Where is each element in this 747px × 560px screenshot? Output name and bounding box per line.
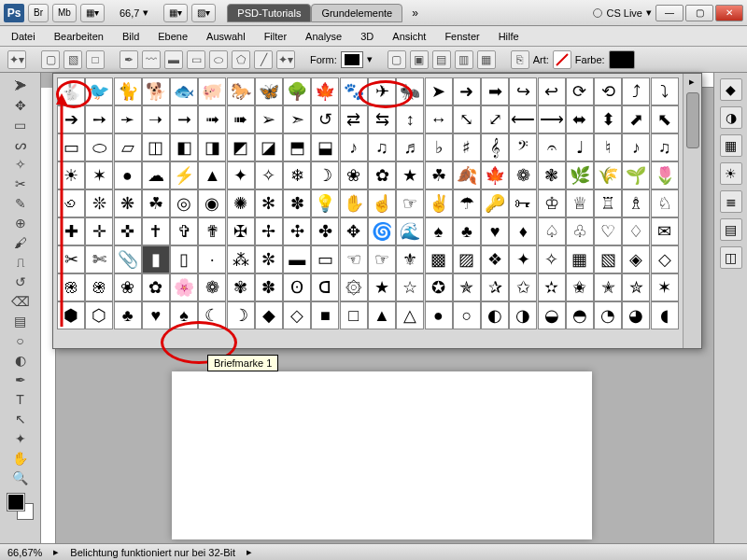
shape-cell[interactable]: ⬍ xyxy=(594,105,622,133)
shape-cell[interactable]: ✿ xyxy=(142,273,170,301)
shape-cell[interactable]: ♘ xyxy=(651,189,679,217)
shape-scrollbar[interactable]: ▸ xyxy=(683,74,701,348)
shape-cell[interactable]: 🌳 xyxy=(283,77,311,105)
shape-cell[interactable]: ➡ xyxy=(481,77,509,105)
pen-tool-icon[interactable]: ✒ xyxy=(11,371,30,389)
shape-cell[interactable]: 🐕 xyxy=(142,77,170,105)
shape-cell[interactable]: ✄ xyxy=(85,245,113,273)
shape-cell[interactable]: ◇ xyxy=(283,301,311,329)
shape-cell[interactable]: ◆ xyxy=(255,301,283,329)
shape-cell[interactable]: · xyxy=(198,245,226,273)
zoom-tool-icon[interactable]: 🔍 xyxy=(11,469,30,487)
color-swatches[interactable] xyxy=(7,494,34,520)
shape-cell[interactable]: ✫ xyxy=(538,273,566,301)
art-stroke-icon[interactable] xyxy=(553,50,571,69)
shape-cell[interactable]: ✦ xyxy=(227,161,255,189)
shape-cell[interactable]: ⟵ xyxy=(509,105,537,133)
shape-cell[interactable]: ● xyxy=(425,301,453,329)
shape-cell[interactable]: 🐈 xyxy=(114,77,142,105)
shape-cell[interactable]: ★ xyxy=(368,273,396,301)
shape-cell[interactable]: ➛ xyxy=(114,105,142,133)
shape-cell[interactable]: ✋ xyxy=(340,189,368,217)
workspace-tab-tutorials[interactable]: PSD-Tutorials xyxy=(227,4,311,22)
shape-cell[interactable]: ▲ xyxy=(368,301,396,329)
shape-cell[interactable]: ❊ xyxy=(85,189,113,217)
shape-cell[interactable]: ◧ xyxy=(170,133,198,161)
path-select-tool-icon[interactable]: ↖ xyxy=(11,410,30,428)
document-canvas[interactable] xyxy=(172,371,592,539)
shape-cell[interactable]: ⇄ xyxy=(340,105,368,133)
shape-cell[interactable]: ☁ xyxy=(142,161,170,189)
shape-cell[interactable]: ⬉ xyxy=(651,105,679,133)
close-button[interactable]: ✕ xyxy=(715,5,743,21)
shape-cell[interactable]: ♮ xyxy=(594,133,622,161)
menu-auswahl[interactable]: Auswahl xyxy=(206,31,246,42)
shape-cell[interactable]: 🌷 xyxy=(651,161,679,189)
shape-cell[interactable]: ✤ xyxy=(311,217,339,245)
menu-ebene[interactable]: Ebene xyxy=(158,31,188,42)
type-tool-icon[interactable]: T xyxy=(11,390,30,409)
shape-cell[interactable]: ♫ xyxy=(368,133,396,161)
shape-cell[interactable]: ❃ xyxy=(538,161,566,189)
arrange-button[interactable]: ▦▾ xyxy=(163,4,188,22)
shape-cell[interactable]: ◕ xyxy=(622,301,650,329)
menu-filter[interactable]: Filter xyxy=(264,31,287,42)
shape-cell[interactable]: 💡 xyxy=(311,189,339,217)
shape-cell[interactable]: ◒ xyxy=(538,301,566,329)
pathop-add-icon[interactable]: ▣ xyxy=(410,50,429,69)
shape-cell[interactable]: ☞ xyxy=(396,189,424,217)
shape-cell[interactable]: 🍂 xyxy=(453,161,481,189)
shape-cell[interactable]: ✺ xyxy=(227,189,255,217)
panel-color-icon[interactable]: ◑ xyxy=(720,106,742,129)
shape-cell[interactable]: ⚡ xyxy=(170,161,198,189)
panel-paths-icon[interactable]: ◫ xyxy=(720,246,742,269)
shape-cell[interactable]: ➜ xyxy=(453,77,481,105)
shape-cell[interactable]: ★ xyxy=(396,161,424,189)
shape-cell[interactable]: 📎 xyxy=(114,245,142,273)
shape-cell[interactable]: ✣ xyxy=(283,217,311,245)
shape-dropdown[interactable] xyxy=(341,51,363,68)
shape-tool-icon[interactable]: ✦ xyxy=(11,429,30,448)
cslive-dd-icon[interactable]: ▾ xyxy=(646,7,652,19)
lasso-tool-icon[interactable]: ᔕ xyxy=(11,135,30,154)
shape-cell[interactable]: 🍁 xyxy=(481,161,509,189)
shape-cell[interactable]: △ xyxy=(396,301,424,329)
shape-cell[interactable]: ✌ xyxy=(425,189,453,217)
panel-channels-icon[interactable]: ▤ xyxy=(720,218,742,241)
shape-cell[interactable]: ✽ xyxy=(255,273,283,301)
shape-cell[interactable]: ▨ xyxy=(453,245,481,273)
shape-cell[interactable]: ▭ xyxy=(311,245,339,273)
shape-cell[interactable]: ⬓ xyxy=(311,133,339,161)
shape-cell[interactable]: ʘ xyxy=(283,273,311,301)
rect-icon[interactable]: ▬ xyxy=(164,50,183,69)
shape-cell[interactable]: ◩ xyxy=(227,133,255,161)
shape-cell[interactable]: ⬡ xyxy=(85,301,113,329)
shape-cell[interactable]: ✝ xyxy=(142,217,170,245)
shape-cell[interactable]: ♔ xyxy=(538,189,566,217)
pathop-new-icon[interactable]: ▢ xyxy=(388,50,406,69)
panel-histogram-icon[interactable]: ◆ xyxy=(720,78,742,101)
menu-fenster[interactable]: Fenster xyxy=(444,31,479,42)
shape-cell[interactable]: ↩ xyxy=(538,77,566,105)
shape-cell[interactable]: ▩ xyxy=(425,245,453,273)
shape-cell[interactable]: ⁂ xyxy=(227,245,255,273)
move-tool-icon[interactable]: ✥ xyxy=(11,96,30,115)
shape-cell[interactable]: 🌀 xyxy=(368,217,396,245)
menu-ansicht[interactable]: Ansicht xyxy=(392,31,426,42)
shape-cell[interactable]: ▯ xyxy=(170,245,198,273)
shape-cell[interactable]: ◓ xyxy=(566,301,594,329)
color-swatch[interactable] xyxy=(609,50,635,69)
panel-layers-icon[interactable]: ≣ xyxy=(720,190,742,213)
shape-cell[interactable]: ♥ xyxy=(481,217,509,245)
shape-cell[interactable]: ۞ xyxy=(340,273,368,301)
zoom-dd-icon[interactable]: ▾ xyxy=(143,7,148,19)
shape-cell[interactable]: ✿ xyxy=(368,161,396,189)
cslive-label[interactable]: CS Live xyxy=(606,7,642,19)
shape-cell[interactable]: ♣ xyxy=(453,217,481,245)
shape-cell[interactable]: ♭ xyxy=(425,133,453,161)
eyedropper-tool-icon[interactable]: ✎ xyxy=(11,194,30,213)
shape-cell[interactable]: ❀ xyxy=(340,161,368,189)
shape-cell[interactable]: ♪ xyxy=(340,133,368,161)
shape-cell[interactable]: ↺ xyxy=(311,105,339,133)
shape-cell[interactable]: ♩ xyxy=(566,133,594,161)
